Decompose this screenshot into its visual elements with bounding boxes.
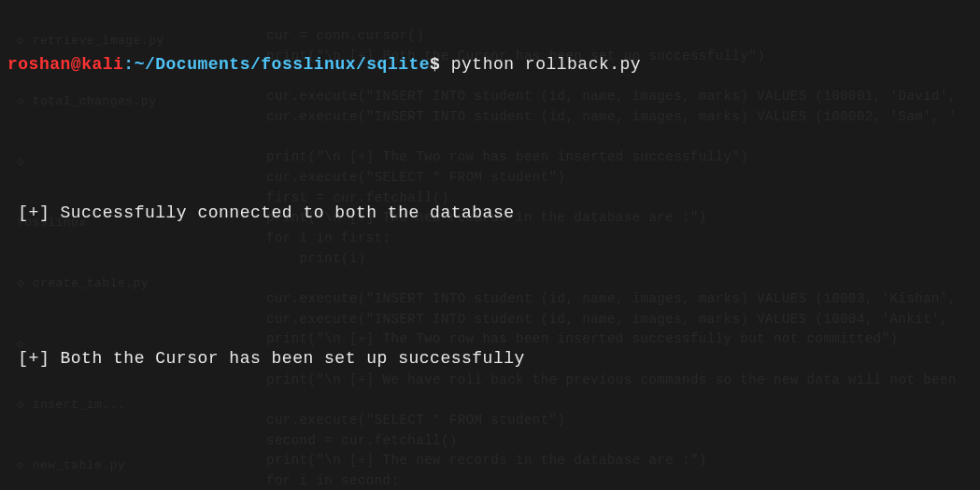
prompt-colon: : xyxy=(123,55,134,74)
output-line xyxy=(7,273,973,298)
output-line: [+] Successfully connected to both the d… xyxy=(7,201,973,225)
terminal-output[interactable]: roshan@kali:~/Documents/fosslinux/sqlite… xyxy=(7,4,973,490)
command-text: python rollback.py xyxy=(451,55,641,74)
output-line: [+] Both the Cursor has been set up succ… xyxy=(7,346,973,371)
prompt-line: roshan@kali:~/Documents/fosslinux/sqlite… xyxy=(7,52,973,77)
prompt-host: kali xyxy=(81,55,123,74)
prompt-user: roshan xyxy=(7,55,71,74)
output-line xyxy=(7,420,973,444)
output-line xyxy=(7,127,973,151)
prompt-path: ~/Documents/fosslinux/sqlite xyxy=(135,55,430,74)
prompt-at: @ xyxy=(71,55,81,74)
prompt-dollar: $ xyxy=(430,55,440,74)
